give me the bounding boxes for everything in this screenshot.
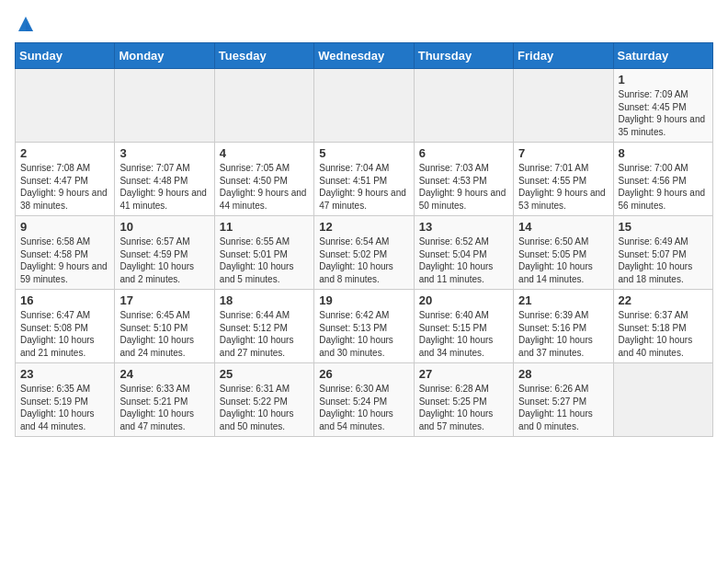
day-cell: 13Sunrise: 6:52 AM Sunset: 5:04 PM Dayli… — [414, 216, 513, 290]
day-cell — [514, 69, 613, 143]
day-info: Sunrise: 6:52 AM Sunset: 5:04 PM Dayligh… — [419, 236, 494, 284]
day-cell: 2Sunrise: 7:08 AM Sunset: 4:47 PM Daylig… — [16, 143, 115, 216]
day-cell: 26Sunrise: 6:30 AM Sunset: 5:24 PM Dayli… — [314, 363, 414, 437]
day-info: Sunrise: 7:07 AM Sunset: 4:48 PM Dayligh… — [119, 163, 207, 211]
day-cell — [314, 69, 414, 143]
day-info: Sunrise: 6:58 AM Sunset: 4:58 PM Dayligh… — [20, 236, 108, 284]
day-cell: 15Sunrise: 6:49 AM Sunset: 5:07 PM Dayli… — [613, 216, 712, 290]
day-info: Sunrise: 6:54 AM Sunset: 5:02 PM Dayligh… — [319, 236, 393, 284]
day-number: 9 — [20, 220, 109, 234]
week-row-2: 2Sunrise: 7:08 AM Sunset: 4:47 PM Daylig… — [16, 143, 713, 216]
day-number: 3 — [119, 146, 209, 160]
week-row-4: 16Sunrise: 6:47 AM Sunset: 5:08 PM Dayli… — [16, 290, 713, 363]
header-cell-thursday: Thursday — [414, 43, 513, 69]
day-cell: 6Sunrise: 7:03 AM Sunset: 4:53 PM Daylig… — [414, 143, 513, 216]
day-info: Sunrise: 7:03 AM Sunset: 4:53 PM Dayligh… — [419, 163, 506, 211]
header — [15, 15, 713, 31]
day-number: 12 — [319, 220, 408, 234]
day-info: Sunrise: 6:37 AM Sunset: 5:18 PM Dayligh… — [619, 310, 693, 358]
day-cell: 8Sunrise: 7:00 AM Sunset: 4:56 PM Daylig… — [613, 143, 712, 216]
day-info: Sunrise: 6:44 AM Sunset: 5:12 PM Dayligh… — [220, 310, 294, 358]
day-cell: 4Sunrise: 7:05 AM Sunset: 4:50 PM Daylig… — [214, 143, 313, 216]
day-info: Sunrise: 6:40 AM Sunset: 5:15 PM Dayligh… — [419, 310, 494, 358]
day-number: 21 — [518, 293, 608, 307]
calendar-table: SundayMondayTuesdayWednesdayThursdayFrid… — [15, 42, 713, 437]
week-row-1: 1Sunrise: 7:09 AM Sunset: 4:45 PM Daylig… — [16, 69, 713, 143]
day-number: 25 — [220, 367, 309, 381]
day-cell: 5Sunrise: 7:04 AM Sunset: 4:51 PM Daylig… — [314, 143, 414, 216]
day-info: Sunrise: 6:35 AM Sunset: 5:19 PM Dayligh… — [20, 384, 95, 431]
day-cell: 3Sunrise: 7:07 AM Sunset: 4:48 PM Daylig… — [115, 143, 214, 216]
calendar-body: 1Sunrise: 7:09 AM Sunset: 4:45 PM Daylig… — [16, 69, 713, 437]
day-info: Sunrise: 6:26 AM Sunset: 5:27 PM Dayligh… — [518, 384, 593, 431]
day-info: Sunrise: 6:50 AM Sunset: 5:05 PM Dayligh… — [518, 236, 593, 284]
day-info: Sunrise: 6:39 AM Sunset: 5:16 PM Dayligh… — [518, 310, 593, 358]
day-number: 22 — [619, 293, 708, 307]
day-cell: 27Sunrise: 6:28 AM Sunset: 5:25 PM Dayli… — [414, 363, 513, 437]
day-number: 7 — [518, 146, 608, 160]
day-cell: 14Sunrise: 6:50 AM Sunset: 5:05 PM Dayli… — [514, 216, 613, 290]
day-cell: 16Sunrise: 6:47 AM Sunset: 5:08 PM Dayli… — [16, 290, 115, 363]
day-number: 28 — [518, 367, 608, 381]
day-cell — [115, 69, 214, 143]
day-cell: 12Sunrise: 6:54 AM Sunset: 5:02 PM Dayli… — [314, 216, 414, 290]
day-number: 11 — [220, 220, 309, 234]
day-number: 6 — [419, 146, 508, 160]
day-cell — [414, 69, 513, 143]
day-cell: 19Sunrise: 6:42 AM Sunset: 5:13 PM Dayli… — [314, 290, 414, 363]
day-cell: 10Sunrise: 6:57 AM Sunset: 4:59 PM Dayli… — [115, 216, 214, 290]
day-cell: 17Sunrise: 6:45 AM Sunset: 5:10 PM Dayli… — [115, 290, 214, 363]
day-cell: 18Sunrise: 6:44 AM Sunset: 5:12 PM Dayli… — [214, 290, 313, 363]
day-info: Sunrise: 6:28 AM Sunset: 5:25 PM Dayligh… — [419, 384, 494, 431]
day-info: Sunrise: 6:47 AM Sunset: 5:08 PM Dayligh… — [20, 310, 95, 358]
day-info: Sunrise: 6:33 AM Sunset: 5:21 PM Dayligh… — [119, 384, 194, 431]
day-info: Sunrise: 7:04 AM Sunset: 4:51 PM Dayligh… — [319, 163, 406, 211]
day-info: Sunrise: 7:05 AM Sunset: 4:50 PM Dayligh… — [220, 163, 307, 211]
day-number: 8 — [619, 146, 708, 160]
day-number: 16 — [20, 293, 109, 307]
logo-icon — [17, 15, 35, 35]
day-cell: 9Sunrise: 6:58 AM Sunset: 4:58 PM Daylig… — [16, 216, 115, 290]
day-number: 5 — [319, 146, 408, 160]
day-number: 4 — [220, 146, 309, 160]
header-cell-monday: Monday — [115, 43, 214, 69]
day-info: Sunrise: 6:31 AM Sunset: 5:22 PM Dayligh… — [220, 384, 294, 431]
day-info: Sunrise: 6:42 AM Sunset: 5:13 PM Dayligh… — [319, 310, 393, 358]
logo — [15, 15, 35, 31]
day-cell — [613, 363, 712, 437]
day-cell — [16, 69, 115, 143]
day-cell: 21Sunrise: 6:39 AM Sunset: 5:16 PM Dayli… — [514, 290, 613, 363]
day-cell: 7Sunrise: 7:01 AM Sunset: 4:55 PM Daylig… — [514, 143, 613, 216]
day-cell: 28Sunrise: 6:26 AM Sunset: 5:27 PM Dayli… — [514, 363, 613, 437]
day-number: 10 — [119, 220, 209, 234]
day-number: 14 — [518, 220, 608, 234]
day-info: Sunrise: 6:55 AM Sunset: 5:01 PM Dayligh… — [220, 236, 294, 284]
header-cell-wednesday: Wednesday — [314, 43, 414, 69]
day-cell — [214, 69, 313, 143]
day-info: Sunrise: 7:00 AM Sunset: 4:56 PM Dayligh… — [619, 163, 706, 211]
day-info: Sunrise: 7:08 AM Sunset: 4:47 PM Dayligh… — [20, 163, 108, 211]
day-number: 23 — [20, 367, 109, 381]
day-info: Sunrise: 6:49 AM Sunset: 5:07 PM Dayligh… — [619, 236, 693, 284]
day-number: 26 — [319, 367, 408, 381]
day-number: 27 — [419, 367, 508, 381]
header-row: SundayMondayTuesdayWednesdayThursdayFrid… — [16, 43, 713, 69]
header-cell-sunday: Sunday — [16, 43, 115, 69]
day-number: 24 — [119, 367, 209, 381]
calendar-header: SundayMondayTuesdayWednesdayThursdayFrid… — [16, 43, 713, 69]
week-row-3: 9Sunrise: 6:58 AM Sunset: 4:58 PM Daylig… — [16, 216, 713, 290]
header-cell-friday: Friday — [514, 43, 613, 69]
day-number: 2 — [20, 146, 109, 160]
day-number: 13 — [419, 220, 508, 234]
day-number: 1 — [619, 73, 708, 86]
day-cell: 1Sunrise: 7:09 AM Sunset: 4:45 PM Daylig… — [613, 69, 712, 143]
day-info: Sunrise: 6:45 AM Sunset: 5:10 PM Dayligh… — [119, 310, 194, 358]
day-number: 17 — [119, 293, 209, 307]
day-number: 15 — [619, 220, 708, 234]
day-number: 20 — [419, 293, 508, 307]
day-cell: 22Sunrise: 6:37 AM Sunset: 5:18 PM Dayli… — [613, 290, 712, 363]
day-number: 18 — [220, 293, 309, 307]
day-info: Sunrise: 7:01 AM Sunset: 4:55 PM Dayligh… — [518, 163, 606, 211]
day-cell: 24Sunrise: 6:33 AM Sunset: 5:21 PM Dayli… — [115, 363, 214, 437]
day-info: Sunrise: 6:57 AM Sunset: 4:59 PM Dayligh… — [119, 236, 194, 284]
